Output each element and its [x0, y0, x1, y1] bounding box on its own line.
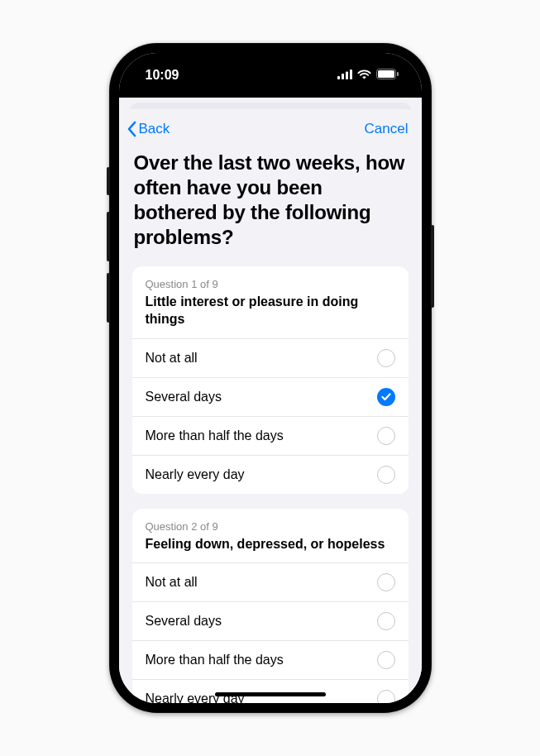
chevron-left-icon [127, 121, 137, 137]
question-counter: Question 2 of 9 [146, 520, 395, 533]
side-button [107, 212, 110, 261]
question-text: Feeling down, depressed, or hopeless [146, 536, 395, 553]
battery-icon [376, 68, 399, 83]
option-label: Nearly every day [146, 467, 245, 482]
answer-option[interactable]: Nearly every day [132, 679, 409, 703]
back-label: Back [139, 121, 170, 137]
radio-empty-icon [377, 573, 395, 591]
answer-option[interactable]: More than half the days [132, 640, 409, 679]
question-header: Question 2 of 9Feeling down, depressed, … [132, 509, 409, 563]
radio-empty-icon [377, 690, 395, 703]
side-button [107, 167, 110, 195]
dynamic-island [221, 66, 320, 94]
status-time: 10:09 [146, 68, 179, 83]
answer-option[interactable]: Nearly every day [132, 455, 409, 494]
option-label: Not at all [146, 351, 198, 366]
cellular-icon [337, 68, 352, 83]
phone-frame: 10:09 Back [109, 43, 432, 713]
back-button[interactable]: Back [127, 121, 170, 137]
radio-checked-icon [377, 388, 395, 406]
side-button [431, 225, 434, 308]
radio-empty-icon [377, 349, 395, 367]
radio-empty-icon [377, 466, 395, 484]
option-label: Several days [146, 614, 222, 629]
screen: 10:09 Back [119, 53, 422, 703]
svg-rect-6 [397, 72, 399, 76]
page-title: Over the last two weeks, how often have … [134, 151, 407, 250]
answer-option[interactable]: Not at all [132, 562, 409, 601]
svg-rect-2 [346, 72, 348, 80]
questionnaire-sheet: Back Cancel Over the last two weeks, how… [119, 109, 422, 703]
svg-rect-1 [342, 74, 344, 79]
home-indicator[interactable] [215, 692, 326, 696]
side-button [107, 273, 110, 323]
svg-rect-3 [350, 69, 352, 79]
answer-option[interactable]: Not at all [132, 338, 409, 377]
svg-rect-5 [378, 70, 394, 78]
answer-option[interactable]: Several days [132, 601, 409, 640]
option-label: Several days [146, 390, 222, 404]
cancel-button[interactable]: Cancel [365, 121, 409, 137]
svg-rect-0 [337, 76, 340, 79]
option-label: More than half the days [146, 428, 284, 443]
wifi-icon [357, 68, 371, 83]
option-label: Not at all [146, 575, 198, 590]
question-counter: Question 1 of 9 [146, 278, 395, 290]
option-label: More than half the days [146, 653, 284, 667]
question-card: Question 2 of 9Feeling down, depressed, … [132, 509, 409, 703]
radio-empty-icon [377, 651, 395, 669]
scroll-area[interactable]: Over the last two weeks, how often have … [119, 146, 422, 703]
radio-empty-icon [377, 612, 395, 630]
question-card: Question 1 of 9Little interest or pleasu… [132, 266, 409, 494]
question-header: Question 1 of 9Little interest or pleasu… [132, 266, 409, 338]
radio-empty-icon [377, 427, 395, 445]
question-text: Little interest or pleasure in doing thi… [146, 294, 395, 328]
answer-option[interactable]: Several days [132, 377, 409, 416]
answer-option[interactable]: More than half the days [132, 416, 409, 455]
nav-bar: Back Cancel [119, 109, 422, 146]
status-right [337, 68, 399, 83]
